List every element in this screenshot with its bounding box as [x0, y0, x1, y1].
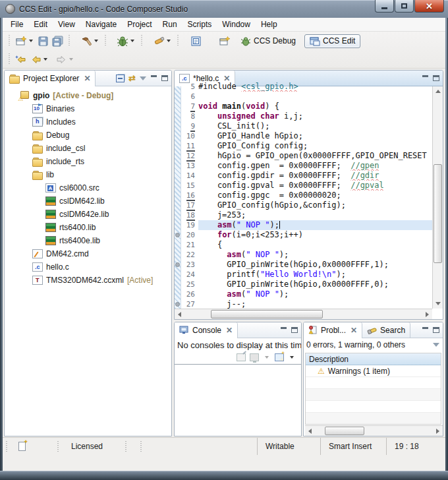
line-number[interactable]: 23 — [182, 260, 198, 270]
toolbar-grip[interactable] — [177, 35, 180, 47]
perspective-ccs-edit[interactable]: CCS Edit — [304, 34, 360, 48]
debug-dropdown-arrow[interactable] — [130, 40, 134, 42]
close-icon[interactable]: ✕ — [350, 326, 357, 335]
code-line-26[interactable]: 26 asm(" NOP "); — [175, 289, 432, 299]
line-number[interactable]: 13 — [182, 161, 198, 171]
line-number[interactable]: 6 — [182, 92, 198, 102]
code-area[interactable]: 5#include <csl_gpio.h>67void main(void) … — [175, 82, 432, 309]
problems-column-header[interactable]: Description — [306, 353, 441, 365]
line-number[interactable]: 8 — [182, 111, 198, 121]
last-edit-location-button[interactable] — [14, 53, 29, 66]
code-line-15[interactable]: 15 config.gpval = 0x0000FFFF; //gpval — [175, 181, 432, 191]
line-number[interactable]: 25 — [182, 280, 198, 289]
maximize-panel-icon[interactable] — [433, 327, 439, 333]
code-line-12[interactable]: 12 hGpio = GPIO_open(0x0000FFFF,GPIO_OPE… — [175, 151, 432, 161]
scroll-right-icon[interactable] — [426, 312, 429, 317]
code-line-5[interactable]: 5#include <csl_gpio.h> — [175, 82, 432, 92]
code-line-7[interactable]: 7void main(void) { — [175, 102, 432, 111]
scroll-left-icon[interactable] — [308, 429, 312, 434]
save-all-button[interactable] — [50, 34, 65, 48]
maximize-button[interactable] — [395, 0, 414, 13]
build-dropdown-arrow[interactable] — [94, 40, 98, 42]
tree-item-tms320dm642-ccxml[interactable]: TMS320DM642.ccxml [Active] — [5, 274, 171, 287]
tree-item-includes[interactable]: Includes — [5, 115, 171, 129]
tree-item-csldm642e-lib[interactable]: cslDM642e.lib — [5, 208, 171, 221]
display-console-icon[interactable] — [250, 353, 259, 361]
toolbar-grip[interactable] — [68, 35, 71, 47]
new-wizard-button[interactable] — [14, 34, 36, 48]
line-number[interactable]: 11 — [182, 141, 198, 151]
open-perspective-button[interactable] — [217, 34, 232, 48]
back-button[interactable] — [29, 53, 51, 66]
minimize-panel-icon[interactable] — [422, 327, 429, 333]
line-number[interactable]: 12 — [182, 151, 198, 161]
code-line-23[interactable]: 23 GPIO_pinWrite(hGpio,0x0000FFFF,1); — [175, 260, 432, 270]
scroll-right-icon[interactable] — [436, 429, 439, 434]
pin-console-icon[interactable] — [237, 353, 246, 361]
line-number[interactable]: 18 — [182, 210, 198, 220]
display-console-dropdown-arrow[interactable] — [265, 356, 269, 359]
scrollbar-thumb[interactable] — [325, 427, 364, 435]
debug-button[interactable] — [115, 34, 138, 48]
build-button[interactable] — [79, 34, 101, 48]
menu-view[interactable]: View — [53, 18, 80, 30]
title-bar[interactable]: CCS Edit - gpio/hello.c - Code Composer … — [0, 0, 448, 18]
menu-navigate[interactable]: Navigate — [80, 18, 122, 30]
line-number[interactable]: 16 — [182, 191, 198, 200]
new-dropdown-arrow[interactable] — [29, 40, 33, 42]
code-line-25[interactable]: 25 GPIO_pinWrite(hGpio,0x0000FFFF,0); — [175, 280, 432, 289]
back-dropdown-arrow[interactable] — [43, 58, 47, 61]
perspective-ccs-debug[interactable]: CCS Debug — [236, 35, 300, 47]
forward-dropdown-arrow[interactable] — [69, 58, 73, 61]
line-number[interactable]: 17 — [182, 200, 198, 210]
minimize-button[interactable] — [375, 0, 394, 13]
code-line-11[interactable]: 11 GPIO_Config config; — [175, 141, 432, 151]
editor-vertical-scrollbar[interactable] — [432, 86, 443, 309]
menu-project[interactable]: Project — [122, 18, 157, 30]
editor-horizontal-scrollbar[interactable] — [175, 309, 432, 319]
project-explorer-tab[interactable]: Project Explorer ✕ — [5, 71, 96, 86]
flash-dropdown-arrow[interactable] — [167, 40, 171, 42]
minimize-panel-icon[interactable] — [150, 75, 157, 81]
open-console-icon[interactable] — [275, 353, 284, 361]
minimize-panel-icon[interactable] — [422, 75, 429, 81]
menu-window[interactable]: Window — [217, 18, 256, 30]
code-line-13[interactable]: 13 config.gpen = 0x0000FFFF; //gpen — [175, 161, 432, 171]
code-line-14[interactable]: 14 config.gpdir = 0x0000FFFF; //gdir — [175, 171, 432, 181]
code-line-20[interactable]: 20 for(i=0;i<253;i++) — [175, 230, 432, 240]
view-menu-icon[interactable] — [433, 343, 439, 347]
line-number[interactable]: 5 — [182, 82, 198, 92]
open-view-button[interactable] — [189, 34, 203, 48]
editor-body[interactable]: 5#include <csl_gpio.h>67void main(void) … — [175, 86, 443, 319]
tree-item-binaries[interactable]: Binaries — [5, 102, 171, 115]
tree-item-dm642-cmd[interactable]: DM642.cmd — [5, 247, 171, 260]
menu-edit[interactable]: Edit — [28, 18, 53, 30]
close-icon[interactable]: ✕ — [84, 74, 90, 83]
close-icon[interactable]: ✕ — [226, 326, 233, 335]
line-number[interactable]: 15 — [182, 181, 198, 191]
scroll-down-icon[interactable] — [435, 302, 441, 305]
tree-item-csl6000-src[interactable]: csl6000.src — [5, 181, 171, 195]
minimize-panel-icon[interactable] — [280, 327, 287, 333]
line-number[interactable]: 20 — [182, 230, 198, 240]
tree-item-include-csl[interactable]: include_csl — [5, 142, 171, 155]
scroll-up-icon[interactable] — [435, 90, 441, 93]
tree-item-debug[interactable]: Debug — [5, 129, 171, 142]
line-number[interactable]: 7 — [182, 102, 198, 111]
close-button[interactable]: ✕ — [414, 0, 444, 13]
tree-item-rts6400e-lib[interactable]: rts6400e.lib — [5, 234, 171, 247]
maximize-panel-icon[interactable] — [161, 75, 168, 81]
code-line-10[interactable]: 10 GPIO_Handle hGpio; — [175, 131, 432, 141]
line-number[interactable]: 10 — [182, 131, 198, 141]
collapse-all-icon[interactable] — [116, 75, 125, 82]
code-line-27[interactable]: 27 j--; — [175, 299, 432, 309]
tree-item-hello-c[interactable]: hello.c — [5, 260, 171, 274]
menu-help[interactable]: Help — [256, 18, 283, 30]
tree-item-rts6400-lib[interactable]: rts6400.lib — [5, 221, 171, 234]
menu-file[interactable]: File — [5, 18, 28, 30]
tree-item-csldm642-lib[interactable]: cslDM642.lib — [5, 195, 171, 208]
code-line-18[interactable]: 18 j=253; — [175, 210, 432, 220]
toolbar-grip[interactable] — [8, 35, 11, 47]
line-number[interactable]: 26 — [182, 289, 198, 299]
scrollbar-thumb[interactable] — [211, 310, 323, 318]
